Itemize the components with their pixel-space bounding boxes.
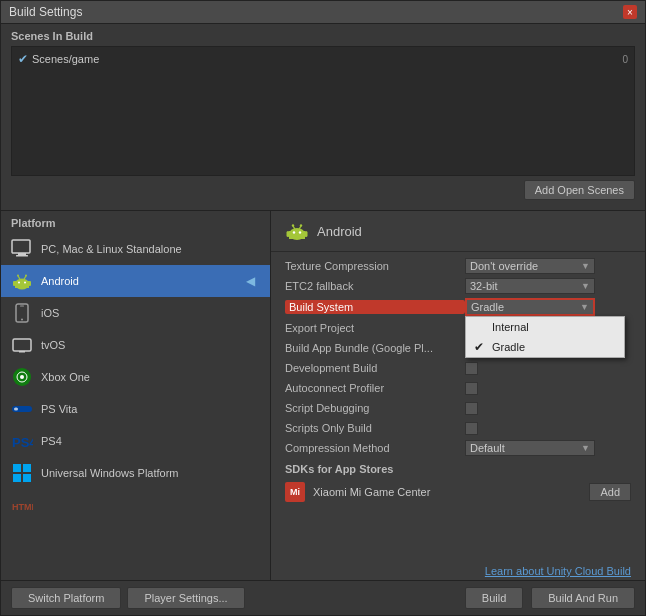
control-build-system: Gradle ▼ Internal ✔	[465, 298, 631, 316]
control-scripts-only	[465, 422, 631, 435]
label-etc2: ETC2 fallback	[285, 280, 465, 292]
control-etc2: 32-bit ▼	[465, 278, 631, 294]
platform-label-psvita: PS Vita	[41, 403, 260, 415]
label-script-debug: Script Debugging	[285, 402, 465, 414]
add-open-scenes-button[interactable]: Add Open Scenes	[524, 180, 635, 200]
scene-item: ✔ Scenes/game 0	[16, 51, 630, 67]
platform-item-tvos[interactable]: tvOS	[1, 329, 270, 361]
build-and-run-button[interactable]: Build And Run	[531, 587, 635, 609]
dropdown-compression[interactable]: Default ▼	[465, 440, 595, 456]
checkbox-script-debug[interactable]	[465, 402, 478, 415]
switch-platform-button[interactable]: Switch Platform	[11, 587, 121, 609]
sdk-row-xiaomi: Mi Xiaomi Mi Game Center Add	[285, 478, 631, 506]
platform-item-html5[interactable]: HTML	[1, 489, 270, 521]
label-build-system: Build System	[285, 300, 465, 314]
svg-rect-30	[289, 231, 305, 239]
android-header-icon	[285, 219, 309, 243]
settings-row-scripts-only: Scripts Only Build	[285, 418, 631, 438]
add-open-scenes-row: Add Open Scenes	[11, 176, 635, 204]
svg-rect-31	[287, 231, 290, 237]
build-button[interactable]: Build	[465, 587, 523, 609]
platform-label-android: Android	[41, 275, 238, 287]
svg-point-14	[21, 319, 23, 321]
pc-icon	[11, 238, 33, 260]
svg-rect-27	[23, 474, 31, 482]
label-autoconnect: Autoconnect Profiler	[285, 382, 465, 394]
svg-rect-6	[29, 281, 32, 286]
svg-rect-2	[16, 255, 28, 257]
xiaomi-icon: Mi	[285, 482, 305, 502]
uwp-icon	[11, 462, 33, 484]
scenes-list: ✔ Scenes/game 0	[11, 46, 635, 176]
xbox-icon	[11, 366, 33, 388]
platform-item-uwp[interactable]: Universal Windows Platform	[1, 457, 270, 489]
platform-label-ios: iOS	[41, 307, 260, 319]
dropdown-texture-value: Don't override	[470, 260, 538, 272]
svg-text:PS4: PS4	[12, 435, 33, 450]
svg-point-38	[300, 224, 302, 226]
dropdown-texture[interactable]: Don't override ▼	[465, 258, 595, 274]
svg-text:HTML: HTML	[12, 502, 33, 512]
settings-row-autoconnect: Autoconnect Profiler	[285, 378, 631, 398]
close-button[interactable]: ×	[623, 5, 637, 19]
platform-item-ios[interactable]: iOS	[1, 297, 270, 329]
cloud-build-link[interactable]: Learn about Unity Cloud Build	[485, 565, 631, 577]
bottom-left: Switch Platform Player Settings...	[11, 587, 245, 609]
svg-rect-24	[13, 464, 21, 472]
platform-item-android[interactable]: Android ◀	[1, 265, 270, 297]
android-header: Android	[271, 211, 645, 252]
window-title: Build Settings	[9, 5, 82, 19]
bottom-right: Build Build And Run	[465, 587, 635, 609]
svg-point-8	[24, 282, 26, 284]
android-icon	[11, 270, 33, 292]
settings-row-script-debug: Script Debugging	[285, 398, 631, 418]
gradle-check: ✔	[474, 340, 486, 354]
player-settings-button[interactable]: Player Settings...	[127, 587, 244, 609]
platform-label-ps4: PS4	[41, 435, 260, 447]
settings-row-build-system: Build System Gradle ▼ Internal	[285, 296, 631, 318]
settings-table: Texture Compression Don't override ▼ ETC…	[271, 252, 645, 562]
control-compression: Default ▼	[465, 440, 631, 456]
platform-item-ps4[interactable]: PS4 PS4	[1, 425, 270, 457]
svg-rect-22	[14, 408, 18, 411]
dropdown-compression-value: Default	[470, 442, 505, 454]
main-section: Platform PC, Mac & Linux Standalone	[1, 211, 645, 580]
build-system-option-gradle[interactable]: ✔ Gradle	[466, 337, 624, 357]
platform-item-xbox[interactable]: Xbox One	[1, 361, 270, 393]
platform-label-pc: PC, Mac & Linux Standalone	[41, 243, 260, 255]
svg-point-7	[18, 282, 20, 284]
label-texture: Texture Compression	[285, 260, 465, 272]
build-system-option-internal[interactable]: Internal	[466, 317, 624, 337]
checkbox-autoconnect[interactable]	[465, 382, 478, 395]
control-texture: Don't override ▼	[465, 258, 631, 274]
android-panel-title: Android	[317, 224, 362, 239]
scene-number: 0	[622, 54, 628, 65]
svg-point-11	[17, 275, 19, 277]
svg-point-34	[299, 231, 301, 233]
scenes-section-title: Scenes In Build	[11, 30, 635, 42]
sdk-name-xiaomi: Xiaomi Mi Game Center	[313, 486, 581, 498]
platform-label-xbox: Xbox One	[41, 371, 260, 383]
platform-item-pc[interactable]: PC, Mac & Linux Standalone	[1, 233, 270, 265]
dropdown-build-system[interactable]: Gradle ▼	[465, 298, 595, 316]
checkbox-dev[interactable]	[465, 362, 478, 375]
dropdown-etc2[interactable]: 32-bit ▼	[465, 278, 595, 294]
svg-point-37	[292, 224, 294, 226]
svg-rect-26	[13, 474, 21, 482]
scene-name: Scenes/game	[32, 53, 99, 65]
dropdown-build-system-value: Gradle	[471, 301, 504, 313]
svg-rect-0	[12, 240, 30, 253]
settings-row-etc2: ETC2 fallback 32-bit ▼	[285, 276, 631, 296]
scene-checkbox[interactable]: ✔	[18, 52, 28, 66]
checkbox-scripts-only[interactable]	[465, 422, 478, 435]
tvos-icon	[11, 334, 33, 356]
android-active-icon: ◀	[246, 274, 260, 288]
scenes-section: Scenes In Build ✔ Scenes/game 0 Add Open…	[1, 24, 645, 211]
right-panel: Android Texture Compression Don't overri…	[271, 211, 645, 580]
psvita-icon	[11, 398, 33, 420]
platform-item-psvita[interactable]: PS Vita	[1, 393, 270, 425]
build-system-internal-label: Internal	[492, 321, 529, 333]
svg-point-20	[20, 375, 24, 379]
control-dev	[465, 362, 631, 375]
sdk-add-button[interactable]: Add	[589, 483, 631, 501]
